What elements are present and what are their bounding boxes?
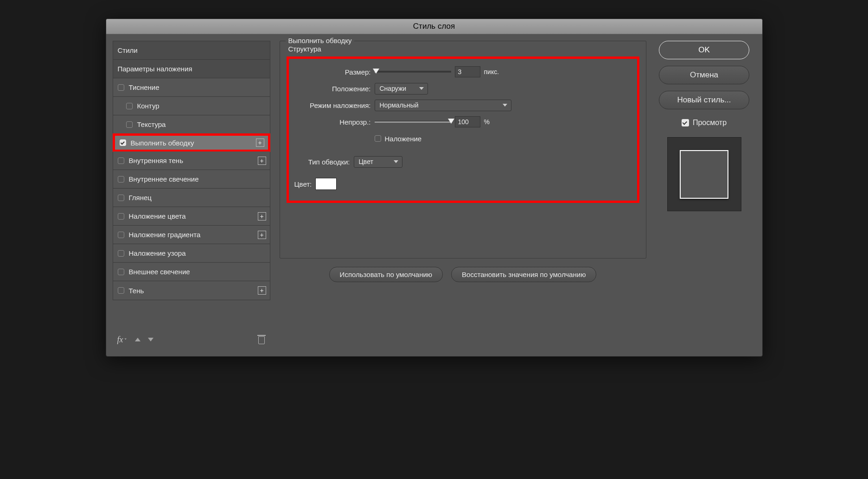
defaults-buttons: Использовать по умолчанию Восстановить з… xyxy=(280,267,646,282)
blend-label: Режим наложения: xyxy=(294,101,371,109)
new-style-button[interactable]: Новый стиль... xyxy=(659,91,749,109)
preview-swatch xyxy=(680,150,728,199)
sidebar-item-label: Внутренняя тень xyxy=(129,157,183,164)
sidebar-list: Стили Параметры наложения Тиснение Конту… xyxy=(113,41,270,300)
opacity-row: Непрозр.: % xyxy=(294,113,632,130)
sidebar-item-label: Контур xyxy=(137,102,160,110)
sidebar-item-drop-shadow[interactable]: Тень + xyxy=(113,281,270,300)
sidebar-item-gradient-overlay[interactable]: Наложение градиента + xyxy=(113,226,270,244)
move-down-icon[interactable] xyxy=(147,335,155,344)
sidebar-item-label: Наложение цвета xyxy=(129,212,186,220)
checkbox-drop-shadow[interactable] xyxy=(118,287,124,294)
sidebar-blending-label: Параметры наложения xyxy=(118,65,192,73)
make-default-button[interactable]: Использовать по умолчанию xyxy=(329,267,443,282)
slider-thumb-icon[interactable] xyxy=(448,119,454,124)
settings-panel: Выполнить обводку Структура Размер: пикс… xyxy=(280,41,646,350)
sidebar-item-inner-glow[interactable]: Внутреннее свечение xyxy=(113,170,270,189)
add-effect-icon[interactable]: + xyxy=(258,212,266,221)
checkbox-satin[interactable] xyxy=(118,195,124,201)
sidebar-item-label: Текстура xyxy=(137,120,166,128)
blend-mode-select[interactable]: Нормальный xyxy=(375,100,511,111)
add-effect-icon[interactable]: + xyxy=(258,231,266,239)
checkbox-texture[interactable] xyxy=(126,121,133,128)
add-effect-icon[interactable]: + xyxy=(258,286,266,295)
fill-type-label: Тип обводки: xyxy=(294,158,350,166)
sidebar-item-label: Наложение узора xyxy=(129,249,186,257)
button-label: Отмена xyxy=(690,70,718,80)
sidebar-item-label: Внутреннее свечение xyxy=(129,175,199,183)
sidebar-item-inner-shadow[interactable]: Внутренняя тень + xyxy=(113,151,270,170)
preview-toggle[interactable]: Просмотр xyxy=(682,119,727,127)
fill-type-value: Цвет xyxy=(359,158,373,165)
move-up-icon[interactable] xyxy=(134,335,142,344)
dialog-body: Стили Параметры наложения Тиснение Конту… xyxy=(106,34,762,356)
button-label: Новый стиль... xyxy=(677,95,731,105)
button-label: Использовать по умолчанию xyxy=(340,271,432,278)
sidebar-item-label: Тень xyxy=(129,287,144,295)
opacity-label: Непрозр.: xyxy=(294,118,371,126)
highlighted-settings: Размер: пикс. Положение: Снаружи xyxy=(287,57,639,203)
overprint-label: Наложение xyxy=(385,135,422,143)
sidebar-item-pattern-overlay[interactable]: Наложение узора xyxy=(113,244,270,263)
opacity-input[interactable] xyxy=(455,116,480,127)
button-label: OK xyxy=(698,45,710,55)
fill-type-select[interactable]: Цвет xyxy=(354,156,402,168)
slider-thumb-icon[interactable] xyxy=(373,69,379,74)
sidebar-item-satin[interactable]: Глянец xyxy=(113,189,270,207)
ok-button[interactable]: OK xyxy=(659,41,749,59)
sidebar-item-label: Выполнить обводку xyxy=(131,139,194,147)
fieldset-legend: Выполнить обводку xyxy=(286,37,355,44)
button-label: Восстановить значения по умолчанию xyxy=(462,271,586,278)
add-effect-icon[interactable]: + xyxy=(258,157,266,165)
position-label: Положение: xyxy=(294,85,371,93)
structure-legend: Структура xyxy=(288,45,639,53)
checkbox-pattern-overlay[interactable] xyxy=(118,250,124,257)
add-effect-icon[interactable]: + xyxy=(256,139,264,147)
sidebar-footer: fx˅ xyxy=(113,329,270,350)
checkbox-inner-shadow[interactable] xyxy=(118,158,124,164)
checkbox-outer-glow[interactable] xyxy=(118,269,124,275)
size-label: Размер: xyxy=(294,68,371,76)
dialog-titlebar[interactable]: Стиль слоя xyxy=(106,19,762,34)
blend-value: Нормальный xyxy=(380,101,419,109)
sidebar-item-color-overlay[interactable]: Наложение цвета + xyxy=(113,207,270,226)
position-value: Снаружи xyxy=(380,85,407,92)
preview-label: Просмотр xyxy=(693,119,727,127)
position-row: Положение: Снаружи xyxy=(294,80,632,97)
sidebar-item-bevel[interactable]: Тиснение xyxy=(113,78,270,97)
sidebar-item-label: Наложение градиента xyxy=(129,231,201,239)
checkbox-bevel[interactable] xyxy=(118,84,124,91)
size-input[interactable] xyxy=(455,66,480,77)
sidebar-styles-header[interactable]: Стили xyxy=(113,41,270,60)
color-label: Цвет: xyxy=(294,180,312,188)
sidebar-item-label: Глянец xyxy=(129,194,152,202)
sidebar-item-texture[interactable]: Текстура xyxy=(113,115,270,134)
checkbox-color-overlay[interactable] xyxy=(118,213,124,220)
blend-row: Режим наложения: Нормальный xyxy=(294,97,632,113)
checkbox-contour[interactable] xyxy=(126,103,133,109)
fill-type-row: Тип обводки: Цвет xyxy=(294,153,632,170)
position-select[interactable]: Снаружи xyxy=(375,83,428,95)
checkbox-gradient-overlay[interactable] xyxy=(118,232,124,238)
overprint-checkbox[interactable] xyxy=(375,135,381,142)
sidebar-blending-options[interactable]: Параметры наложения xyxy=(113,60,270,78)
color-row: Цвет: xyxy=(294,176,632,192)
sidebar-item-outer-glow[interactable]: Внешнее свечение xyxy=(113,263,270,281)
preview-checkbox[interactable] xyxy=(682,119,689,126)
right-panel: OK Отмена Новый стиль... Просмотр xyxy=(656,41,753,350)
cancel-button[interactable]: Отмена xyxy=(659,66,749,84)
checkbox-inner-glow[interactable] xyxy=(118,176,124,183)
size-unit: пикс. xyxy=(484,68,499,76)
sidebar-item-label: Внешнее свечение xyxy=(129,268,190,276)
color-swatch[interactable] xyxy=(315,178,337,190)
sidebar-item-label: Тиснение xyxy=(129,83,160,91)
opacity-slider[interactable] xyxy=(375,121,451,123)
reset-default-button[interactable]: Восстановить значения по умолчанию xyxy=(451,267,596,282)
checkbox-stroke[interactable] xyxy=(120,139,126,146)
trash-icon[interactable] xyxy=(257,335,266,344)
sidebar-item-contour[interactable]: Контур xyxy=(113,97,270,115)
size-slider[interactable] xyxy=(375,71,451,73)
overprint-row: Наложение xyxy=(294,130,632,147)
sidebar-item-stroke[interactable]: Выполнить обводку + xyxy=(113,133,270,152)
fx-menu-icon[interactable]: fx˅ xyxy=(117,335,127,345)
